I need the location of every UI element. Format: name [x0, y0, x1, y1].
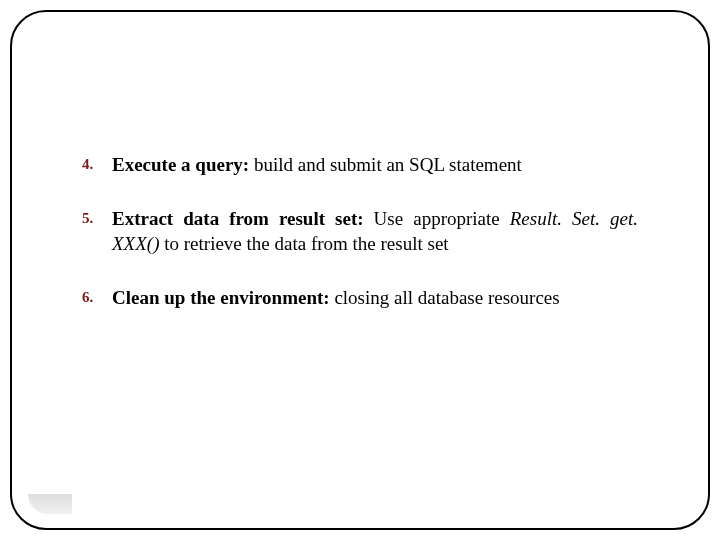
item-heading: Extract data from result set:	[112, 208, 374, 229]
item-heading: Clean up the environment:	[112, 287, 334, 308]
list-item: 4. Execute a query: build and submit an …	[82, 152, 638, 178]
step-list: 4. Execute a query: build and submit an …	[82, 152, 638, 311]
list-item: 6. Clean up the environment: closing all…	[82, 285, 638, 311]
item-number: 4.	[82, 152, 112, 174]
item-body: Clean up the environment: closing all da…	[112, 285, 638, 311]
slide-frame: 4. Execute a query: build and submit an …	[10, 10, 710, 530]
item-text-pre: Use appropriate	[374, 208, 510, 229]
item-number: 6.	[82, 285, 112, 307]
item-number: 5.	[82, 206, 112, 228]
item-heading: Execute a query:	[112, 154, 254, 175]
item-text-post: to retrieve the data from the result set	[159, 233, 448, 254]
list-item: 5. Extract data from result set: Use app…	[82, 206, 638, 257]
item-body: Execute a query: build and submit an SQL…	[112, 152, 638, 178]
item-body: Extract data from result set: Use approp…	[112, 206, 638, 257]
item-text: build and submit an SQL statement	[254, 154, 522, 175]
corner-accent-icon	[28, 494, 72, 514]
item-text: closing all database resources	[334, 287, 559, 308]
